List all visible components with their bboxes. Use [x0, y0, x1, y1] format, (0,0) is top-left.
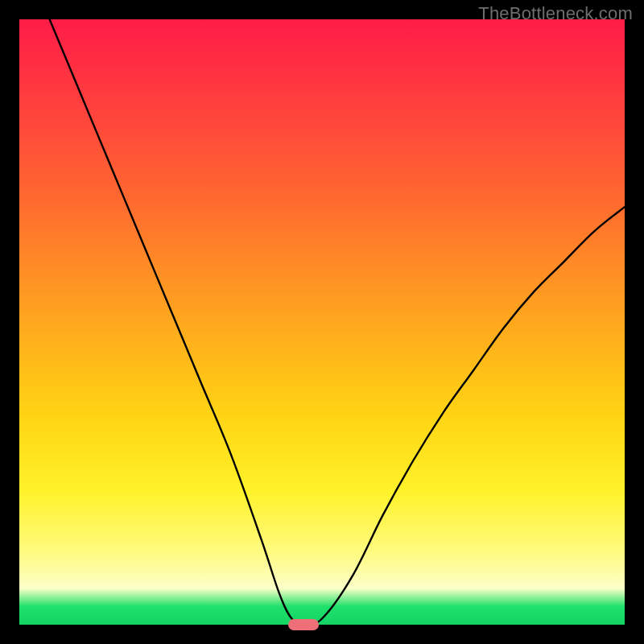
- bottleneck-curve: [19, 19, 625, 625]
- optimal-marker: [288, 619, 319, 630]
- chart-frame: TheBottleneck.com: [0, 0, 644, 644]
- bottleneck-curve-path: [50, 19, 625, 625]
- plot-area: [19, 19, 625, 625]
